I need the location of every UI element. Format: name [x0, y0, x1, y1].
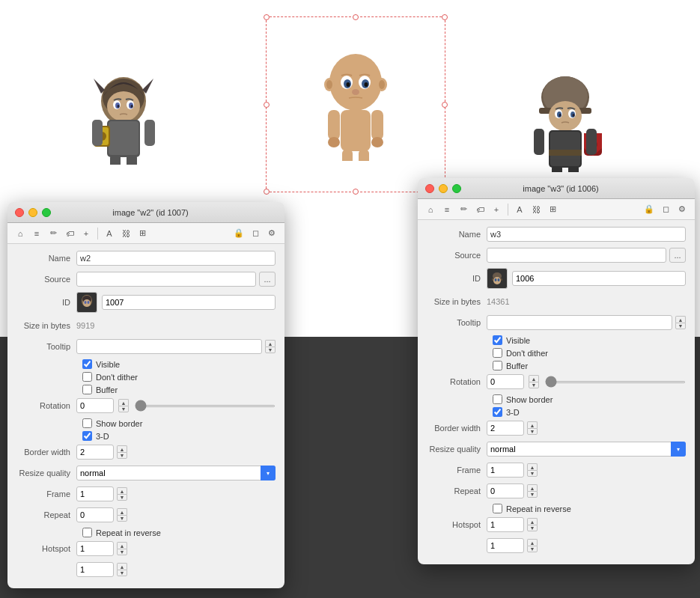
- toolbar-list-icon[interactable]: ≡: [30, 227, 43, 240]
- frame-up-left[interactable]: ▲: [117, 487, 127, 494]
- toolbar-link-icon-right[interactable]: ⛓: [529, 203, 543, 216]
- rotation-row-left: Rotation ▲ ▼: [16, 397, 276, 414]
- repeat-down-left[interactable]: ▼: [117, 515, 127, 522]
- rotation-slider-right[interactable]: [545, 381, 686, 383]
- source-btn-right[interactable]: ...: [669, 248, 686, 263]
- rotation-slider-left[interactable]: [135, 405, 276, 407]
- border-width-down-left[interactable]: ▼: [117, 452, 127, 459]
- toolbar-plus-icon[interactable]: +: [79, 227, 93, 240]
- buffer-checkbox-right[interactable]: [493, 361, 502, 370]
- toolbar-list-icon-right[interactable]: ≡: [440, 203, 454, 216]
- tooltip-stepper-down-left[interactable]: ▼: [265, 347, 276, 353]
- toolbar-tag-icon-right[interactable]: 🏷: [473, 203, 487, 216]
- hotspot-y-down-right[interactable]: ▼: [527, 546, 538, 552]
- toolbar-text-icon[interactable]: A: [103, 227, 116, 240]
- toolbar-home-icon-right[interactable]: ⌂: [424, 203, 437, 216]
- toolbar-settings-icon-left[interactable]: ⚙: [265, 227, 279, 240]
- tooltip-input-left[interactable]: [76, 339, 262, 354]
- repeat-up-right[interactable]: ▲: [527, 484, 538, 491]
- dither-checkbox-right[interactable]: [493, 348, 502, 358]
- source-btn-left[interactable]: ...: [259, 272, 276, 287]
- repeat-reverse-checkbox-right[interactable]: [493, 504, 502, 513]
- border-width-input-left[interactable]: [76, 445, 114, 460]
- source-input-right[interactable]: [487, 248, 666, 263]
- name-input-right[interactable]: [487, 227, 686, 242]
- repeat-down-right[interactable]: ▼: [527, 491, 538, 498]
- toolbar-settings-icon-right[interactable]: ⚙: [675, 203, 689, 216]
- resize-quality-select-right[interactable]: normal high low: [487, 442, 686, 457]
- toolbar-home-icon[interactable]: ⌂: [13, 227, 27, 240]
- sprite-bald[interactable]: [307, 41, 404, 161]
- toolbar-plus-icon-right[interactable]: +: [490, 203, 503, 216]
- panel-content-w2: Name Source ... ID: [7, 244, 284, 588]
- toolbar-pencil-icon[interactable]: ✏: [46, 227, 60, 240]
- border-width-up-right[interactable]: ▲: [527, 421, 538, 428]
- repeat-input-left[interactable]: [76, 507, 114, 522]
- close-button-w2[interactable]: [15, 208, 24, 217]
- dither-checkbox-left[interactable]: [82, 372, 92, 382]
- border-width-label-left: Border width: [16, 448, 76, 457]
- visible-checkbox-left[interactable]: [82, 359, 92, 369]
- rotation-input-right[interactable]: [487, 374, 524, 389]
- rotation-stepper-up-left[interactable]: ▲: [118, 399, 129, 406]
- svg-rect-30: [341, 110, 371, 151]
- hotspot-y-down-left[interactable]: ▼: [117, 570, 127, 576]
- 3d-checkbox-left[interactable]: [82, 431, 92, 441]
- rotation-stepper-down-right[interactable]: ▼: [529, 382, 539, 388]
- hotspot-row-left: Hotspot ▲ ▼: [16, 540, 276, 557]
- sprite-helmet[interactable]: [520, 67, 610, 172]
- hotspot-y-up-left[interactable]: ▲: [117, 563, 127, 570]
- sprite-warrior[interactable]: [79, 60, 168, 165]
- toolbar-lock-icon-right[interactable]: 🔒: [642, 203, 656, 216]
- tooltip-stepper-down-right[interactable]: ▼: [675, 323, 686, 329]
- toolbar-tag-icon[interactable]: 🏷: [63, 227, 76, 240]
- hotspot-x-input-left[interactable]: [76, 541, 114, 556]
- show-border-checkbox-right[interactable]: [493, 394, 502, 404]
- tooltip-stepper-up-left[interactable]: ▲: [265, 340, 276, 347]
- rotation-stepper-down-left[interactable]: ▼: [118, 406, 129, 412]
- hotspot-x-down-right[interactable]: ▼: [527, 525, 538, 531]
- repeat-reverse-checkbox-left[interactable]: [82, 528, 92, 537]
- toolbar-link-icon[interactable]: ⛓: [119, 227, 133, 240]
- hotspot-y-input-right[interactable]: [487, 538, 524, 553]
- border-width-down-right[interactable]: ▼: [527, 428, 538, 435]
- hotspot-x-up-right[interactable]: ▲: [527, 518, 538, 525]
- toolbar-grid-icon-right[interactable]: ⊞: [546, 203, 559, 216]
- dither-row-right: Don't dither: [427, 348, 686, 358]
- buffer-checkbox-left[interactable]: [82, 385, 92, 394]
- border-width-input-right[interactable]: [487, 421, 524, 436]
- tooltip-input-right[interactable]: [487, 315, 672, 330]
- toolbar-layers-icon-right[interactable]: ◻: [659, 203, 672, 216]
- frame-down-right[interactable]: ▼: [527, 470, 538, 477]
- toolbar-grid-icon[interactable]: ⊞: [136, 227, 149, 240]
- tooltip-stepper-up-right[interactable]: ▲: [675, 316, 686, 323]
- hotspot-x-input-right[interactable]: [487, 517, 524, 532]
- id-input-right[interactable]: [512, 271, 686, 286]
- name-input-left[interactable]: [76, 251, 276, 266]
- id-input-left[interactable]: [102, 295, 276, 310]
- hotspot-y-input-left[interactable]: [76, 562, 114, 577]
- repeat-up-left[interactable]: ▲: [117, 508, 127, 515]
- resize-quality-select-left[interactable]: normal high low: [76, 466, 276, 480]
- toolbar-text-icon-right[interactable]: A: [513, 203, 526, 216]
- frame-stepper-right: ▲ ▼: [527, 463, 538, 477]
- rotation-stepper-up-right[interactable]: ▲: [529, 375, 539, 382]
- show-border-checkbox-left[interactable]: [82, 418, 92, 428]
- visible-checkbox-right[interactable]: [493, 335, 502, 345]
- 3d-checkbox-right[interactable]: [493, 407, 502, 417]
- toolbar-pencil-icon-right[interactable]: ✏: [457, 203, 470, 216]
- frame-input-left[interactable]: [76, 486, 114, 501]
- rotation-input-left[interactable]: [76, 398, 114, 413]
- close-button-w3[interactable]: [425, 184, 434, 193]
- toolbar-lock-icon[interactable]: 🔒: [232, 227, 246, 240]
- hotspot-x-up-left[interactable]: ▲: [117, 542, 127, 549]
- hotspot-y-up-right[interactable]: ▲: [527, 539, 538, 546]
- hotspot-x-down-left[interactable]: ▼: [117, 549, 127, 555]
- frame-up-right[interactable]: ▲: [527, 463, 538, 470]
- repeat-input-right[interactable]: [487, 483, 524, 498]
- frame-input-right[interactable]: [487, 463, 524, 478]
- border-width-up-left[interactable]: ▲: [117, 445, 127, 452]
- source-input-left[interactable]: [76, 272, 256, 287]
- toolbar-layers-icon[interactable]: ◻: [249, 227, 262, 240]
- frame-down-left[interactable]: ▼: [117, 494, 127, 501]
